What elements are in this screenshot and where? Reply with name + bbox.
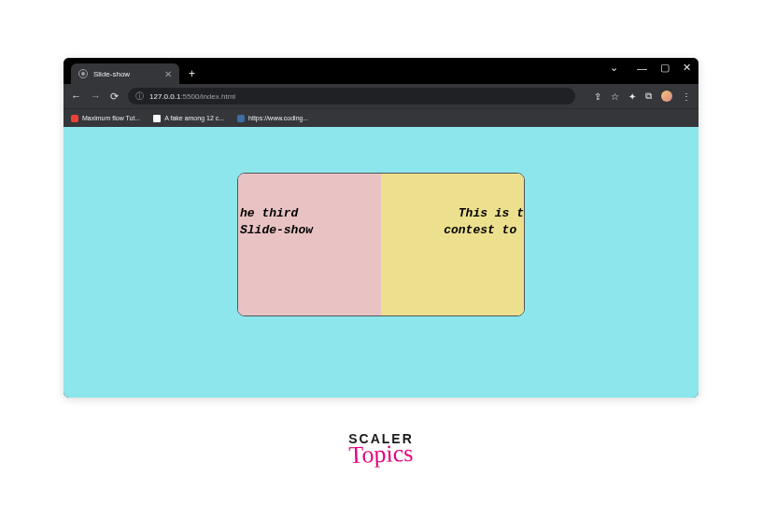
slide-left-text: he third Slide-show <box>238 205 381 239</box>
bookmark-star-icon[interactable]: ☆ <box>611 91 619 102</box>
puzzle-icon[interactable]: ⧉ <box>645 91 652 102</box>
close-window-button[interactable]: ✕ <box>683 62 691 74</box>
bookmark-item[interactable]: A fake among 12 c... <box>153 115 224 122</box>
tab-title: Slide-show <box>93 70 159 78</box>
address-bar[interactable]: ⓘ 127.0.0.1:5500/index.html <box>128 88 575 105</box>
bookmark-item[interactable]: Maximum flow Tut... <box>71 115 140 122</box>
chevron-down-icon[interactable]: ⌄ <box>610 62 618 74</box>
window-controls: ⌄ — ▢ ✕ <box>610 62 691 74</box>
close-tab-icon[interactable]: ✕ <box>164 69 172 79</box>
share-icon[interactable]: ⇪ <box>594 91 601 102</box>
maximize-button[interactable]: ▢ <box>660 62 670 74</box>
toolbar-right: ⇪ ☆ ✦ ⧉ ⋮ <box>594 91 691 102</box>
reload-button[interactable]: ⟳ <box>110 91 119 103</box>
site-info-icon[interactable]: ⓘ <box>135 91 144 103</box>
browser-tab[interactable]: Slide-show ✕ <box>71 63 179 84</box>
extensions-icon[interactable]: ✦ <box>628 91 636 102</box>
bookmark-icon <box>71 115 78 122</box>
minimize-button[interactable]: — <box>637 63 647 74</box>
address-text: 127.0.0.1:5500/index.html <box>149 92 235 101</box>
logo-sub: Topics <box>348 440 415 469</box>
bookmark-label: https://www.coding... <box>248 115 308 121</box>
scaler-logo: SCALER Topics <box>348 431 414 469</box>
back-button[interactable]: ← <box>71 91 81 102</box>
browser-window: Slide-show ✕ + ⌄ — ▢ ✕ ← → ⟳ ⓘ 127.0.0.1… <box>64 58 698 398</box>
forward-button[interactable]: → <box>91 91 101 102</box>
tab-favicon-icon <box>78 69 88 78</box>
slide-right-text: This is t contest to <box>381 205 524 239</box>
toolbar: ← → ⟳ ⓘ 127.0.0.1:5500/index.html ⇪ ☆ ✦ … <box>64 84 698 108</box>
profile-avatar[interactable] <box>661 91 672 102</box>
slide-left: he third Slide-show <box>238 174 381 315</box>
menu-icon[interactable]: ⋮ <box>682 91 691 102</box>
slide-right: This is t contest to <box>381 174 524 315</box>
bookmark-label: Maximum flow Tut... <box>82 115 140 121</box>
page-viewport: he third Slide-show This is t contest to <box>64 127 698 398</box>
new-tab-button[interactable]: + <box>189 67 195 80</box>
tab-strip: Slide-show ✕ + ⌄ — ▢ ✕ <box>64 58 698 84</box>
slideshow-container: he third Slide-show This is t contest to <box>237 173 525 316</box>
bookmark-icon <box>153 115 161 122</box>
bookmark-item[interactable]: https://www.coding... <box>237 115 308 122</box>
bookmark-label: A fake among 12 c... <box>164 115 224 121</box>
bookmark-icon <box>237 115 245 122</box>
bookmarks-bar: Maximum flow Tut... A fake among 12 c...… <box>64 108 698 127</box>
